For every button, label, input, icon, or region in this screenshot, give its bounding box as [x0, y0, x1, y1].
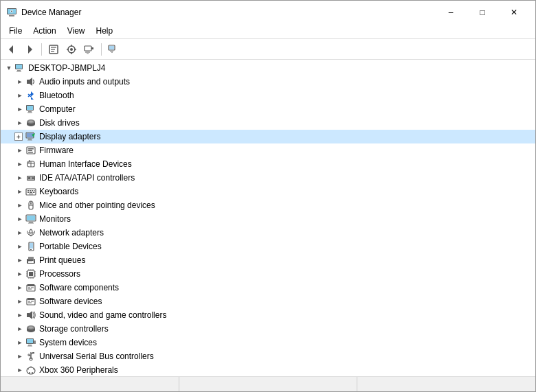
list-item[interactable]: ► Print queues: [1, 253, 535, 267]
menu-action[interactable]: Action: [27, 25, 61, 37]
audio-expander[interactable]: ►: [14, 76, 25, 87]
statusbar-segment-3: [357, 377, 535, 391]
list-item[interactable]: ► Firmware: [1, 143, 535, 157]
computer-icon: [14, 62, 25, 73]
back-button[interactable]: [3, 41, 20, 58]
menu-file[interactable]: File: [3, 25, 27, 37]
list-item[interactable]: ► Software components: [1, 281, 535, 295]
root-computer-item[interactable]: ▼ DESKTOP-JBMPLJ4: [1, 61, 535, 75]
list-item[interactable]: ► Storage controllers: [1, 322, 535, 336]
svg-point-58: [32, 177, 34, 179]
monitors-item[interactable]: ► Monitors: [1, 212, 535, 226]
list-item[interactable]: ►: [1, 363, 535, 376]
keyboards-expander[interactable]: ►: [14, 186, 25, 197]
disk-label: Disk drives: [39, 118, 80, 128]
sw-devices-expander[interactable]: ►: [14, 296, 25, 307]
ide-expander[interactable]: ►: [14, 172, 25, 183]
firmware-item[interactable]: ► Firmware: [1, 143, 535, 157]
xbox-item[interactable]: ►: [1, 363, 535, 376]
svg-rect-73: [29, 222, 33, 223]
sw-devices-label: Software devices: [39, 297, 102, 306]
menu-view[interactable]: View: [62, 25, 91, 37]
ide-item[interactable]: ► IDE ATA/ATAPI controllers: [1, 171, 535, 185]
list-item[interactable]: ► Network adapters: [1, 226, 535, 240]
root-expander[interactable]: ▼: [3, 62, 14, 73]
hid-item[interactable]: ► Human Interface Devices: [1, 157, 535, 171]
svg-rect-22: [109, 46, 114, 49]
system-expander[interactable]: ►: [14, 337, 25, 348]
portable-expander[interactable]: ►: [14, 241, 25, 252]
list-item[interactable]: ► Software devices: [1, 295, 535, 308]
list-item[interactable]: ► Mice and other pointing devices: [1, 198, 535, 212]
list-item[interactable]: ►: [1, 267, 535, 281]
tree-root-item[interactable]: ▼ DESKTOP-JBMPLJ4: [1, 61, 535, 376]
list-item[interactable]: ► Computer: [1, 102, 535, 116]
network-item[interactable]: ► Network adapters: [1, 226, 535, 240]
update-driver-button[interactable]: [63, 41, 80, 58]
svg-rect-42: [27, 133, 33, 137]
statusbar: [1, 376, 535, 391]
display-item[interactable]: + Displa: [1, 130, 535, 143]
properties-button[interactable]: [45, 41, 62, 58]
list-item[interactable]: ► Portable Devices: [1, 240, 535, 253]
list-item[interactable]: ► Bluetooth: [1, 89, 535, 102]
svg-rect-47: [28, 148, 34, 150]
usb-expander[interactable]: ►: [14, 351, 25, 362]
list-item[interactable]: ► Univer: [1, 349, 535, 363]
svg-rect-72: [27, 216, 35, 220]
computer-expander[interactable]: ►: [14, 104, 25, 115]
disk-item[interactable]: ► Disk drives: [1, 116, 535, 130]
minimize-button[interactable]: –: [435, 5, 467, 19]
device-manager-view-button[interactable]: [105, 41, 122, 58]
audio-item[interactable]: ► Audio inputs and outputs: [1, 75, 535, 89]
processors-expander[interactable]: ►: [14, 268, 25, 279]
toolbar: [1, 39, 535, 60]
list-item[interactable]: ► Sound, video and game controllers: [1, 308, 535, 322]
list-item[interactable]: + Displa: [1, 130, 535, 143]
display-expander[interactable]: +: [14, 132, 23, 141]
list-item[interactable]: ► Monitors: [1, 212, 535, 226]
maximize-button[interactable]: □: [467, 5, 498, 19]
computer-item[interactable]: ► Computer: [1, 102, 535, 116]
list-item[interactable]: ► IDE ATA/ATAPI controllers: [1, 171, 535, 185]
list-item[interactable]: ► Audio inputs and outputs: [1, 75, 535, 89]
monitors-label: Monitors: [39, 214, 71, 224]
list-item[interactable]: ► System devices: [1, 336, 535, 349]
print-expander[interactable]: ►: [14, 255, 25, 266]
print-item[interactable]: ► Print queues: [1, 253, 535, 267]
sw-components-expander[interactable]: ►: [14, 282, 25, 293]
list-item[interactable]: ► Human Interface Devices: [1, 157, 535, 171]
bluetooth-item[interactable]: ► Bluetooth: [1, 89, 535, 102]
keyboards-item[interactable]: ►: [1, 185, 535, 198]
ide-label: IDE ATA/ATAPI controllers: [39, 173, 135, 183]
firmware-expander[interactable]: ►: [14, 145, 25, 156]
sound-item[interactable]: ► Sound, video and game controllers: [1, 308, 535, 322]
sound-expander[interactable]: ►: [14, 310, 25, 321]
svg-rect-62: [32, 190, 33, 192]
mice-icon: [25, 200, 36, 211]
device-manager-window: Device Manager – □ ✕ File Action View He…: [0, 0, 536, 392]
list-item[interactable]: ►: [1, 185, 535, 198]
mice-expander[interactable]: ►: [14, 200, 25, 211]
close-button[interactable]: ✕: [498, 5, 530, 19]
scan-button[interactable]: [81, 41, 98, 58]
bluetooth-expander[interactable]: ►: [14, 90, 25, 101]
monitors-expander[interactable]: ►: [14, 214, 25, 224]
mice-item[interactable]: ► Mice and other pointing devices: [1, 198, 535, 212]
network-expander[interactable]: ►: [14, 227, 25, 238]
forward-button[interactable]: [21, 41, 38, 58]
sw-components-item[interactable]: ► Software components: [1, 281, 535, 295]
storage-expander[interactable]: ►: [14, 323, 25, 334]
portable-item[interactable]: ► Portable Devices: [1, 240, 535, 253]
processors-item[interactable]: ►: [1, 267, 535, 281]
hid-expander[interactable]: ►: [14, 159, 25, 170]
disk-expander[interactable]: ►: [14, 117, 25, 128]
usb-item[interactable]: ► Univer: [1, 349, 535, 363]
menu-help[interactable]: Help: [91, 25, 119, 37]
list-item[interactable]: ► Disk drives: [1, 116, 535, 130]
system-item[interactable]: ► System devices: [1, 336, 535, 349]
sw-devices-item[interactable]: ► Software devices: [1, 295, 535, 308]
xbox-expander[interactable]: ►: [14, 365, 25, 376]
device-tree[interactable]: ▼ DESKTOP-JBMPLJ4: [1, 60, 535, 376]
storage-item[interactable]: ► Storage controllers: [1, 322, 535, 336]
